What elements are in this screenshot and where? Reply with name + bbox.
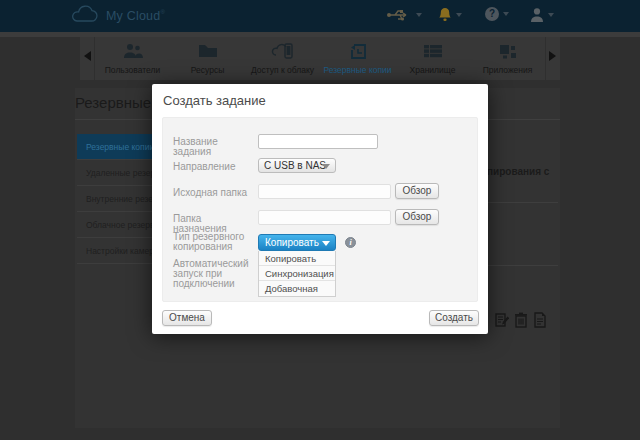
info-icon[interactable]: i [345, 237, 356, 248]
folder-icon [170, 42, 245, 62]
chevron-down-icon [322, 164, 330, 169]
auto-start-label: Автоматический запуск при подключении [173, 259, 249, 289]
usb-icon [386, 7, 412, 23]
main-nav-ribbon: Пользователи Ресурсы Доступ к облаку Рез… [80, 37, 560, 80]
user-menu[interactable] [530, 7, 554, 23]
direction-label: Направление [173, 162, 249, 172]
top-header-bar: My Cloud® ? [0, 0, 640, 32]
backup-type-options: Копировать Синхронизация Добавочная [258, 251, 336, 297]
nav-scroll-left-icon[interactable] [84, 51, 91, 61]
chevron-down-icon [322, 241, 330, 246]
backup-type-value: Копировать [265, 237, 319, 248]
tab-backups[interactable]: Резервные копии [320, 37, 395, 80]
alerts-caret-icon [456, 13, 462, 17]
job-action-icons [495, 312, 547, 328]
dialog-title: Создать задание [163, 93, 266, 108]
create-button[interactable]: Создать [429, 310, 479, 326]
task-name-label: Название задания [173, 137, 249, 157]
cloud-phone-icon [245, 42, 320, 62]
source-folder-input[interactable] [258, 184, 391, 199]
option-incremental[interactable]: Добавочная [259, 281, 335, 296]
backup-type-label: Тип резервного копирования [173, 232, 249, 252]
tab-cloud-access[interactable]: Доступ к облаку [245, 37, 320, 80]
help-caret-icon [503, 12, 509, 16]
users-icon [95, 42, 170, 62]
logo-trademark: ® [160, 9, 164, 15]
alerts-menu[interactable] [438, 7, 462, 23]
dest-folder-input[interactable] [258, 210, 391, 225]
help-menu[interactable]: ? [485, 7, 509, 21]
tab-users[interactable]: Пользователи [95, 37, 170, 80]
backup-icon [320, 42, 395, 62]
my-cloud-logo: My Cloud® [70, 5, 165, 25]
delete-job-icon[interactable] [514, 312, 528, 328]
logo-text: My Cloud [106, 9, 160, 23]
view-log-icon[interactable] [533, 312, 547, 328]
backup-type-select[interactable]: Копировать [258, 234, 336, 251]
option-sync[interactable]: Синхронизация [259, 266, 335, 281]
tab-storage[interactable]: Хранилище [395, 37, 470, 80]
tab-apps[interactable]: Приложения [470, 37, 545, 80]
usb-caret-icon [416, 13, 422, 17]
direction-select[interactable]: С USB в NAS [258, 158, 336, 173]
cloud-logo-icon [70, 5, 100, 25]
direction-value: С USB в NAS [264, 160, 326, 171]
source-browse-button[interactable]: Обзор [395, 183, 439, 199]
nav-scroll-right-icon[interactable] [549, 51, 556, 61]
option-copy[interactable]: Копировать [259, 251, 335, 266]
dialog-form-panel: Название задания Направление С USB в NAS… [162, 117, 478, 302]
nav-tabs: Пользователи Ресурсы Доступ к облаку Рез… [95, 37, 545, 80]
dest-browse-button[interactable]: Обзор [395, 209, 439, 225]
help-icon: ? [485, 7, 499, 21]
source-folder-label: Исходная папка [173, 188, 249, 198]
user-caret-icon [548, 13, 554, 17]
tab-shares[interactable]: Ресурсы [170, 37, 245, 80]
apps-icon [470, 42, 545, 62]
storage-icon [395, 42, 470, 62]
user-icon [530, 7, 544, 23]
my-cloud-app: My Cloud® ? [0, 0, 640, 440]
edit-job-icon[interactable] [495, 312, 509, 328]
cancel-button[interactable]: Отмена [162, 310, 212, 326]
alerts-bell-icon [438, 7, 452, 23]
create-job-dialog: Создать задание Название задания Направл… [152, 84, 488, 334]
task-name-input[interactable] [258, 134, 378, 149]
usb-menu[interactable] [386, 7, 422, 23]
